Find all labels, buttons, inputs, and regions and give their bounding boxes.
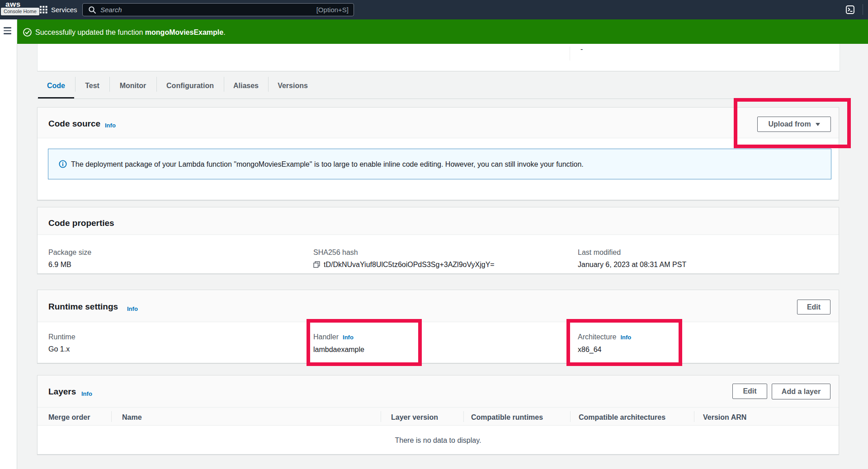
search-shortcut-hint: [Option+S] — [316, 5, 349, 14]
layers-info-link[interactable]: Info — [81, 391, 92, 397]
package-size-field: Package size 6.9 MB — [48, 249, 91, 269]
tabs-baseline — [37, 98, 839, 99]
architecture-label: ArchitectureInfo — [578, 333, 631, 342]
add-a-layer-button[interactable]: Add a layer — [772, 384, 830, 399]
layers-empty-message: There is no data to display. — [38, 436, 839, 445]
success-flashbar: Successfully updated the function mongoM… — [17, 19, 868, 44]
code-properties-panel: Code properties Package size 6.9 MB SHA2… — [37, 207, 839, 274]
column-version-arn: Version ARN — [703, 413, 746, 422]
code-source-title: Code source — [48, 119, 100, 129]
column-compatible-architectures: Compatible architectures — [579, 413, 665, 422]
caret-down-icon — [816, 123, 820, 126]
last-modified-value: January 6, 2023 at 08:31 AM PST — [578, 260, 686, 269]
architecture-value: x86_64 — [578, 345, 631, 354]
column-layer-version: Layer version — [391, 413, 438, 422]
success-message: Successfully updated the function mongoM… — [35, 28, 226, 37]
alert-message: The deployment package of your Lambda fu… — [71, 160, 584, 169]
sha256-value: tD/DkNUvaYiuf8UlC5tz6oiOPdS3Sg+3AZl9oVyX… — [324, 260, 495, 269]
last-modified-field: Last modified January 6, 2023 at 08:31 A… — [578, 249, 686, 269]
console-home-tooltip: Console Home — [1, 8, 39, 15]
column-separator — [694, 411, 694, 422]
services-menu[interactable]: Services — [51, 5, 77, 14]
layers-header: Layers Info Edit Add a layer — [38, 375, 839, 408]
aws-lambda-console: aws Console Home Services Search [Option… — [0, 0, 868, 469]
package-too-large-alert: The deployment package of your Lambda fu… — [48, 149, 831, 179]
runtime-field: Runtime Go 1.x — [48, 333, 75, 353]
column-separator — [463, 411, 464, 422]
column-separator — [381, 411, 381, 422]
sha256-field: SHA256 hash tD/DkNUvaYiuf8UlC5tz6oiOPdS3… — [313, 249, 495, 269]
runtime-settings-header: Runtime settings Info Edit — [38, 290, 839, 322]
info-circle-icon — [59, 160, 67, 168]
handler-value: lambdaexample — [313, 345, 364, 354]
function-tabs: Code Test Monitor Configuration Aliases … — [37, 72, 839, 99]
overview-empty-value: - — [580, 45, 583, 53]
runtime-settings-info-link[interactable]: Info — [127, 306, 138, 312]
topbar-divider — [863, 4, 863, 15]
layers-panel: Layers Info Edit Add a layer Merge order… — [37, 375, 839, 455]
sha256-label: SHA256 hash — [313, 249, 495, 257]
services-grid-icon[interactable] — [40, 6, 47, 14]
handler-info-link[interactable]: Info — [343, 334, 354, 341]
tab-versions[interactable]: Versions — [268, 72, 317, 99]
column-merge-order: Merge order — [48, 413, 90, 422]
tab-configuration[interactable]: Configuration — [156, 72, 224, 99]
success-check-icon — [23, 28, 32, 37]
code-properties-title: Code properties — [48, 218, 114, 228]
package-size-label: Package size — [48, 249, 91, 257]
handler-label: HandlerInfo — [313, 333, 364, 342]
cloudshell-icon[interactable] — [846, 5, 854, 14]
column-separator — [570, 411, 571, 422]
runtime-settings-title: Runtime settings — [48, 302, 118, 312]
code-source-panel: Code source Info Upload from The deploym… — [37, 107, 839, 200]
search-placeholder: Search — [100, 5, 122, 14]
side-navigation-rail — [0, 19, 17, 469]
runtime-edit-button[interactable]: Edit — [797, 300, 830, 314]
layers-table-header: Merge order Name Layer version Compatibl… — [38, 408, 839, 426]
package-size-value: 6.9 MB — [48, 260, 91, 269]
tab-test[interactable]: Test — [75, 72, 109, 99]
architecture-info-link[interactable]: Info — [620, 334, 631, 341]
layers-title: Layers — [48, 387, 76, 397]
runtime-label: Runtime — [48, 333, 75, 341]
column-name: Name — [122, 413, 142, 422]
search-input[interactable]: Search [Option+S] — [82, 3, 354, 16]
copy-icon[interactable] — [313, 261, 320, 268]
column-separator — [111, 411, 112, 422]
function-name: mongoMoviesExample — [145, 28, 223, 36]
overview-column-divider — [570, 47, 570, 61]
code-source-info-link[interactable]: Info — [105, 122, 116, 129]
tab-monitor[interactable]: Monitor — [109, 72, 156, 99]
runtime-settings-panel: Runtime settings Info Edit Runtime Go 1.… — [37, 290, 839, 363]
upload-from-button[interactable]: Upload from — [757, 117, 831, 132]
architecture-field: ArchitectureInfo x86_64 — [578, 333, 631, 354]
last-modified-label: Last modified — [578, 249, 686, 257]
function-overview-card: - — [37, 44, 840, 71]
tab-aliases[interactable]: Aliases — [224, 72, 268, 99]
runtime-value: Go 1.x — [48, 345, 75, 353]
column-compatible-runtimes: Compatible runtimes — [471, 413, 543, 422]
code-source-header: Code source Info Upload from — [38, 108, 839, 138]
tab-code[interactable]: Code — [37, 72, 75, 99]
layers-edit-button[interactable]: Edit — [732, 384, 767, 399]
tab-list: Code Test Monitor Configuration Aliases … — [37, 72, 317, 99]
code-properties-header: Code properties — [38, 207, 839, 235]
top-navigation-bar: aws Console Home Services Search [Option… — [0, 0, 868, 19]
sha256-value-row: tD/DkNUvaYiuf8UlC5tz6oiOPdS3Sg+3AZl9oVyX… — [313, 260, 495, 269]
handler-field: HandlerInfo lambdaexample — [313, 333, 364, 354]
search-icon — [88, 6, 96, 14]
menu-icon[interactable] — [4, 26, 11, 35]
